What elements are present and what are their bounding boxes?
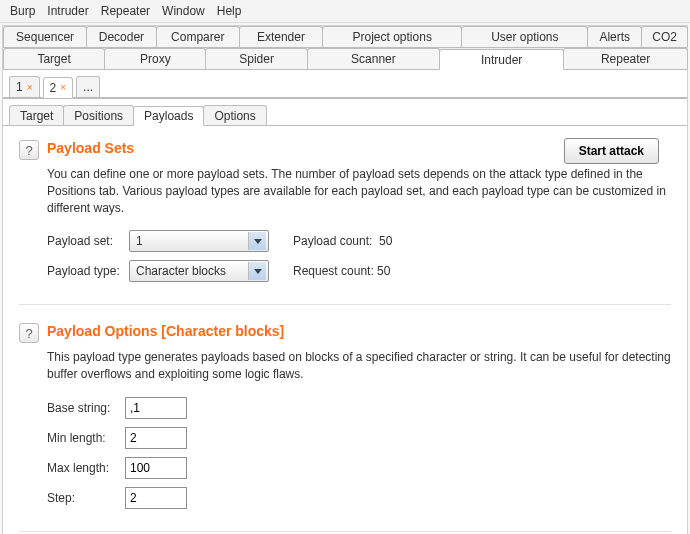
tab-alerts[interactable]: Alerts <box>587 26 642 47</box>
payload-count-label: Payload count: <box>293 234 372 248</box>
min-length-label: Min length: <box>47 430 125 447</box>
section-desc: This payload type generates payloads bas… <box>47 349 671 383</box>
tab-spider[interactable]: Spider <box>205 48 307 69</box>
menu-item[interactable]: Window <box>158 2 209 20</box>
tab-sequencer[interactable]: Sequencer <box>3 26 87 47</box>
attack-tab-2[interactable]: 2× <box>43 77 74 98</box>
main-frame: Sequencer Decoder Comparer Extender Proj… <box>2 25 688 534</box>
base-string-input[interactable] <box>125 397 187 419</box>
payload-type-label: Payload type: <box>47 263 129 280</box>
payload-count-value: 50 <box>379 233 405 250</box>
tab-extender[interactable]: Extender <box>239 26 323 47</box>
section-desc: You can define one or more payload sets.… <box>47 166 671 216</box>
panel-tab-options[interactable]: Options <box>203 105 266 125</box>
attack-tabs: 1× 2× ... <box>3 70 687 98</box>
base-string-label: Base string: <box>47 400 125 417</box>
chevron-down-icon <box>248 232 266 250</box>
payload-options-section: ? Payload Options [Character blocks] Thi… <box>19 323 671 532</box>
tab-proxy[interactable]: Proxy <box>104 48 206 69</box>
main-tab-row-2: Target Proxy Spider Scanner Intruder Rep… <box>3 48 687 70</box>
panel-tab-positions[interactable]: Positions <box>63 105 134 125</box>
section-title-payload-options: Payload Options [Character blocks] <box>47 323 284 339</box>
close-icon[interactable]: × <box>60 82 66 93</box>
tab-co2[interactable]: CO2 <box>641 26 688 47</box>
menu-item[interactable]: Repeater <box>97 2 154 20</box>
tab-user-options[interactable]: User options <box>461 26 588 47</box>
tab-project-options[interactable]: Project options <box>322 26 462 47</box>
tab-comparer[interactable]: Comparer <box>156 26 240 47</box>
help-icon[interactable]: ? <box>19 140 39 160</box>
request-count-label: Request count: <box>293 264 374 278</box>
payload-set-dropdown[interactable]: 1 <box>129 230 269 252</box>
panel-tab-payloads[interactable]: Payloads <box>133 106 204 126</box>
help-icon[interactable]: ? <box>19 323 39 343</box>
tab-scanner[interactable]: Scanner <box>307 48 441 69</box>
step-label: Step: <box>47 490 125 507</box>
attack-tab-more[interactable]: ... <box>76 76 100 97</box>
tab-intruder[interactable]: Intruder <box>439 49 564 70</box>
menu-item[interactable]: Intruder <box>43 2 92 20</box>
payload-sets-section: ? Payload Sets You can define one or mor… <box>19 140 671 305</box>
menu-item[interactable]: Burp <box>6 2 39 20</box>
intruder-panel-tabs: Target Positions Payloads Options <box>3 98 687 126</box>
payload-type-dropdown[interactable]: Character blocks <box>129 260 269 282</box>
menu-item[interactable]: Help <box>213 2 246 20</box>
attack-tab-1[interactable]: 1× <box>9 76 40 97</box>
payloads-content: Start attack ? Payload Sets You can defi… <box>3 126 687 534</box>
payload-set-value: 1 <box>136 233 143 250</box>
payload-type-value: Character blocks <box>136 263 226 280</box>
max-length-input[interactable] <box>125 457 187 479</box>
start-attack-button[interactable]: Start attack <box>564 138 659 164</box>
close-icon[interactable]: × <box>27 82 33 93</box>
section-title-payload-sets: Payload Sets <box>47 140 134 156</box>
request-count-value: 50 <box>377 263 403 280</box>
chevron-down-icon <box>248 262 266 280</box>
panel-tab-target[interactable]: Target <box>9 105 64 125</box>
step-input[interactable] <box>125 487 187 509</box>
tab-decoder[interactable]: Decoder <box>86 26 157 47</box>
min-length-input[interactable] <box>125 427 187 449</box>
main-tab-row-1: Sequencer Decoder Comparer Extender Proj… <box>3 26 687 48</box>
tab-repeater[interactable]: Repeater <box>563 48 688 69</box>
menu-bar: Burp Intruder Repeater Window Help <box>0 0 690 23</box>
max-length-label: Max length: <box>47 460 125 477</box>
tab-target[interactable]: Target <box>3 48 105 69</box>
payload-set-label: Payload set: <box>47 233 129 250</box>
